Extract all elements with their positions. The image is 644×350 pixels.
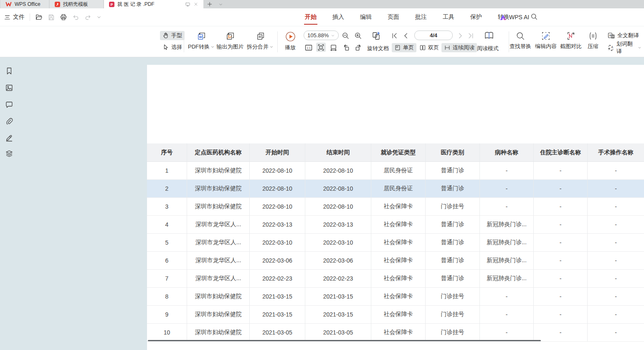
pdf-convert-button[interactable]: W PDF转换 [187, 31, 216, 51]
fit-page-icon[interactable] [316, 43, 326, 52]
search-icon[interactable] [530, 13, 538, 20]
find-replace-label: 查找替换 [510, 43, 531, 50]
table-cell: 社会保障卡 [371, 270, 426, 288]
table-cell: - [534, 270, 588, 288]
table-cell: 普通门诊 [426, 162, 480, 180]
table-cell: 2022-03-10 [305, 234, 371, 252]
find-replace-button[interactable]: 查找替换 [509, 31, 532, 50]
table-row[interactable]: 10深圳市妇幼保健院2021-03-052021-03-05社会保障卡门诊挂号-… [147, 324, 644, 342]
split-merge-label: 拆分合并 [247, 43, 269, 51]
continuous-read-button[interactable]: 连续阅读 [441, 43, 477, 52]
table-cell: 新冠肺炎门诊... [480, 252, 534, 270]
table-cell: 2 [147, 180, 187, 198]
zoom-level-combo[interactable]: 105.88% [304, 31, 339, 40]
file-menu-button[interactable]: 文件 [4, 13, 25, 21]
screenshot-compare-label: 截图对比 [560, 43, 582, 50]
open-file-icon[interactable] [35, 13, 43, 21]
edit-content-icon [541, 31, 551, 41]
table-cell: - [534, 216, 588, 234]
previous-page-icon[interactable] [402, 32, 409, 39]
docer-logo-icon [55, 2, 60, 7]
play-button[interactable]: 播放 [281, 31, 300, 51]
zoom-in-icon[interactable] [354, 32, 362, 40]
wps-ai-button[interactable]: WPS AI [499, 8, 529, 26]
attachment-icon[interactable] [5, 117, 13, 125]
table-cell: - [588, 162, 644, 180]
zoom-out-icon[interactable] [342, 32, 350, 40]
table-row[interactable]: 1深圳市妇幼保健院2022-08-102022-08-10居民身份证普通门诊--… [147, 162, 644, 180]
quick-access-chevron-icon[interactable] [96, 15, 101, 20]
new-tab-button[interactable] [204, 0, 216, 8]
table-row[interactable]: 4深圳市龙华区人...2022-03-132022-03-13社会保障卡普通门诊… [147, 216, 644, 234]
bookmark-icon[interactable] [5, 67, 13, 75]
rotate-document-button[interactable]: 旋转文档 [367, 45, 389, 52]
table-cell: 社会保障卡 [371, 216, 426, 234]
table-row[interactable]: 6深圳市龙华区人...2022-03-062022-03-06社会保障卡普通门诊… [147, 252, 644, 270]
table-cell: - [534, 306, 588, 324]
table-cell: - [480, 306, 534, 324]
window-tab-bar: WPS Office 找稻壳模板 P 就 医 记 录 .PDF [0, 0, 644, 8]
actual-size-icon[interactable]: 1:1 [304, 43, 313, 52]
screenshot-compare-icon [566, 31, 576, 41]
edit-content-button[interactable]: 编辑内容 [535, 31, 557, 50]
export-image-button[interactable]: 输出为图片 [215, 31, 245, 51]
split-merge-button[interactable]: 拆分合并 [245, 31, 276, 51]
fit-width-icon[interactable] [330, 43, 337, 51]
next-page-icon[interactable] [457, 32, 464, 39]
screenshot-compare-button[interactable]: 截图对比 [560, 31, 582, 50]
redo-icon[interactable] [84, 14, 91, 21]
tab-docer-templates[interactable]: 找稻壳模板 [50, 0, 103, 8]
last-page-icon[interactable] [467, 32, 474, 39]
table-cell: 深圳市妇幼保健院 [187, 288, 250, 306]
hand-tool-button[interactable]: 手型 [160, 31, 185, 40]
close-tab-icon[interactable] [193, 2, 198, 7]
tab-list-chevron-icon[interactable] [216, 0, 226, 8]
print-icon[interactable] [60, 13, 67, 21]
single-page-button[interactable]: 单页 [392, 43, 416, 52]
save-icon[interactable] [48, 14, 55, 21]
signature-pen-icon[interactable] [5, 133, 13, 142]
table-row[interactable]: 7深圳市龙华区人...2022-02-232022-02-23社会保障卡普通门诊… [147, 270, 644, 288]
full-translate-icon: A [607, 32, 615, 40]
tab-wps-home[interactable]: WPS Office [0, 0, 49, 8]
layers-icon[interactable] [5, 150, 13, 158]
comment-icon[interactable] [5, 100, 13, 109]
word-translate-icon: A [607, 44, 614, 52]
ribbon-tab-comment[interactable]: 批注 [414, 9, 428, 26]
table-cell: 门诊挂号 [426, 306, 480, 324]
ribbon-tab-home[interactable]: 开始 [304, 9, 317, 26]
ribbon-tab-tools[interactable]: 工具 [442, 9, 455, 26]
table-row[interactable]: 9深圳市妇幼保健院2021-03-152021-03-15社会保障卡门诊挂号--… [147, 306, 644, 324]
table-cell: 深圳市妇幼保健院 [187, 162, 250, 180]
undo-icon[interactable] [72, 14, 79, 21]
pdf-logo-icon: P [109, 2, 114, 7]
ribbon-tab-protect[interactable]: 保护 [469, 9, 483, 26]
replace-pages-icon[interactable] [371, 31, 382, 41]
rotate-left-icon[interactable] [342, 43, 350, 51]
table-cell: 社会保障卡 [371, 288, 426, 306]
ribbon-tab-insert[interactable]: 插入 [332, 9, 345, 26]
thumbnail-icon[interactable] [5, 84, 13, 92]
read-mode-icon[interactable] [484, 30, 494, 41]
horizontal-scrollbar[interactable] [148, 340, 541, 341]
compress-button[interactable]: 压缩 [585, 31, 601, 50]
table-cell: 新冠肺炎门诊... [480, 216, 534, 234]
table-row[interactable]: 5深圳市龙华区人...2022-03-102022-03-10社会保障卡普通门诊… [147, 234, 644, 252]
tab-document-pdf[interactable]: P 就 医 记 录 .PDF [104, 0, 203, 8]
first-page-icon[interactable] [391, 32, 398, 39]
ribbon-tab-edit[interactable]: 编辑 [359, 9, 373, 26]
table-row[interactable]: 8深圳市妇幼保健院2021-03-152021-03-15社会保障卡门诊挂号--… [147, 288, 644, 306]
read-mode-button[interactable]: 阅读模式 [477, 45, 499, 52]
wps-logo-icon [5, 2, 12, 7]
page-number-field[interactable] [414, 31, 453, 40]
table-cell: 7 [147, 270, 187, 288]
ribbon-tab-page[interactable]: 页面 [387, 9, 400, 26]
table-row[interactable]: 2深圳市妇幼保健院2022-08-102022-08-10居民身份证普通门诊--… [147, 180, 644, 198]
rotate-right-icon[interactable] [355, 43, 363, 51]
select-tool-button[interactable]: 选择 [160, 43, 185, 52]
table-cell: 社会保障卡 [371, 324, 426, 342]
table-row[interactable]: 3深圳市妇幼保健院2022-08-102022-08-10社会保障卡门诊挂号--… [147, 198, 644, 216]
word-translate-button[interactable]: A 划词翻译 [605, 43, 644, 52]
present-monitor-icon[interactable] [185, 2, 190, 7]
full-translate-button[interactable]: A 全文翻译 [605, 31, 641, 40]
